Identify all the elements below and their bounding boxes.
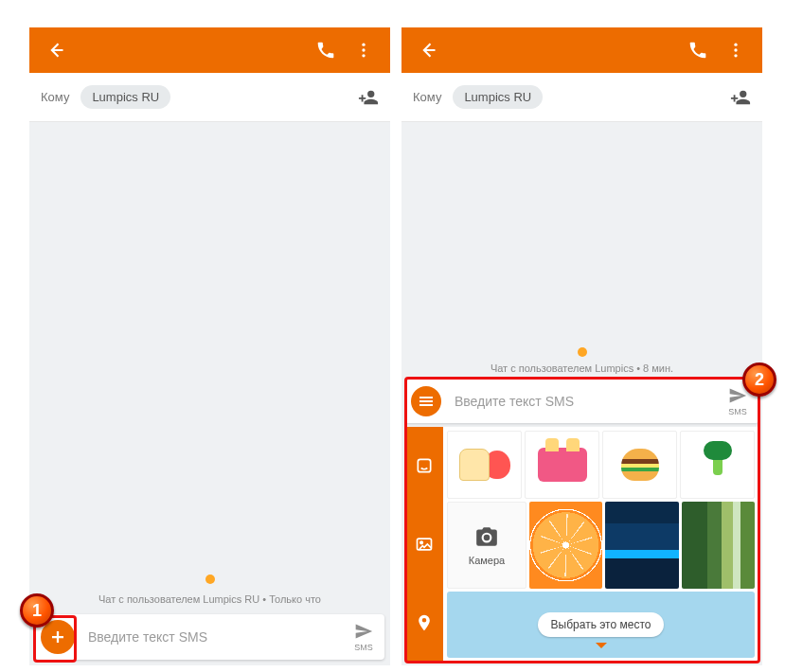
status-line: Чат с пользователем Lumpics • 8 мин. — [401, 363, 762, 374]
send-label: SMS — [354, 643, 373, 652]
phone-icon — [316, 41, 335, 60]
more-vert-icon — [354, 41, 373, 60]
status-dot — [205, 575, 215, 584]
status-line: Чат с пользователем Lumpics RU • Только … — [29, 593, 390, 605]
phone-icon — [688, 41, 707, 60]
back-button[interactable] — [37, 41, 75, 60]
recipient-row: Кому Lumpics RU — [401, 73, 762, 122]
send-icon — [354, 622, 373, 641]
to-label: Кому — [413, 90, 441, 104]
add-recipient-button[interactable] — [358, 87, 379, 108]
callout-box-2 — [404, 377, 760, 663]
more-button[interactable] — [717, 41, 755, 60]
callout-marker-1: 1 — [20, 593, 54, 628]
svg-point-2 — [362, 54, 365, 57]
back-button[interactable] — [409, 41, 447, 60]
call-button[interactable] — [307, 41, 345, 60]
svg-point-4 — [734, 48, 737, 51]
message-input[interactable]: Введите текст SMS — [75, 629, 343, 645]
phone-screen-left: Кому Lumpics RU Чат с пользователем Lump… — [29, 27, 390, 665]
call-button[interactable] — [679, 41, 717, 60]
svg-point-3 — [734, 44, 737, 46]
arrow-left-icon — [419, 41, 437, 60]
callout-marker-2: 2 — [742, 363, 776, 397]
person-add-icon — [358, 87, 379, 108]
conversation-body: Чат с пользователем Lumpics RU • Только … — [29, 122, 390, 665]
app-header — [401, 27, 762, 73]
more-button[interactable] — [345, 41, 383, 60]
recipient-chip[interactable]: Lumpics RU — [453, 85, 543, 109]
app-header — [29, 27, 390, 73]
svg-point-5 — [734, 54, 737, 57]
more-vert-icon — [726, 41, 745, 60]
status-dot — [578, 347, 587, 357]
to-label: Кому — [41, 90, 69, 104]
svg-point-1 — [362, 48, 365, 51]
message-input-bar: Введите текст SMS SMS — [35, 614, 384, 660]
svg-point-0 — [362, 44, 365, 46]
arrow-left-icon — [46, 41, 65, 60]
recipient-chip[interactable]: Lumpics RU — [80, 85, 170, 109]
recipient-row: Кому Lumpics RU — [29, 73, 390, 122]
add-recipient-button[interactable] — [730, 87, 751, 108]
person-add-icon — [730, 87, 751, 108]
send-button[interactable]: SMS — [343, 622, 384, 652]
